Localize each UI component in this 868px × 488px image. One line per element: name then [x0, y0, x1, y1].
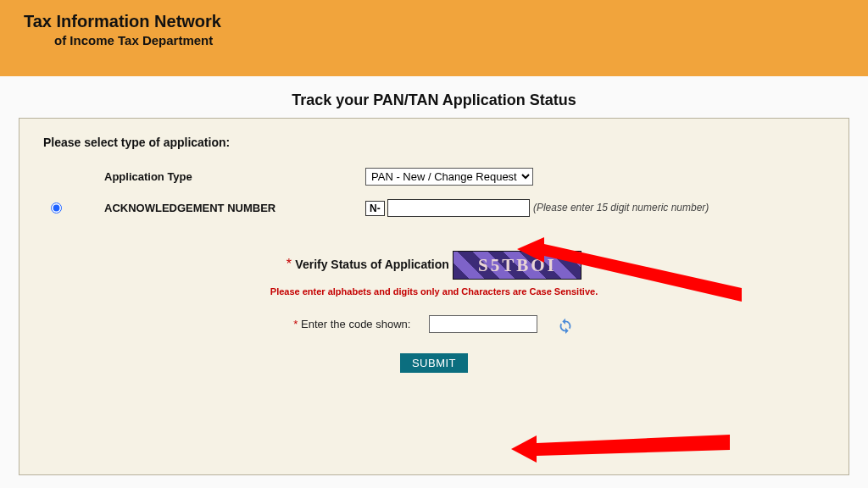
header-title: Tax Information Network — [24, 12, 868, 31]
annotation-arrow-2 — [511, 430, 732, 464]
page-title: Track your PAN/TAN Application Status — [0, 92, 868, 109]
svg-marker-0 — [517, 237, 742, 302]
header-banner: Tax Information Network of Income Tax De… — [0, 0, 868, 76]
svg-marker-1 — [511, 435, 730, 463]
header-subtitle: of Income Tax Department — [54, 33, 868, 47]
form-table: Application Type PAN - New / Change Requ… — [43, 161, 825, 224]
code-row: * Enter the code shown: — [43, 315, 825, 335]
input-ack-number[interactable] — [387, 199, 530, 217]
select-application-type[interactable]: PAN - New / Change Request — [365, 168, 533, 186]
ack-hint: (Please enter 15 digit numeric number) — [533, 202, 709, 214]
label-app-type: Application Type — [104, 170, 192, 183]
input-captcha-code[interactable] — [429, 315, 537, 333]
submit-button[interactable]: SUBMIT — [400, 353, 468, 373]
verify-title: Verify Status of Application — [295, 258, 449, 271]
form-instruction: Please select type of application: — [43, 136, 825, 149]
row-app-type: Application Type PAN - New / Change Requ… — [43, 161, 825, 192]
label-ack-number: ACKNOWLEDGEMENT NUMBER — [104, 202, 275, 214]
ack-prefix: N- — [365, 201, 385, 216]
row-ack: ACKNOWLEDGEMENT NUMBER N- (Please enter … — [43, 192, 825, 224]
radio-ack-number[interactable] — [51, 202, 62, 214]
refresh-captcha-icon[interactable] — [556, 318, 575, 330]
code-label: Enter the code shown: — [301, 318, 410, 330]
annotation-arrow-1 — [517, 237, 746, 313]
